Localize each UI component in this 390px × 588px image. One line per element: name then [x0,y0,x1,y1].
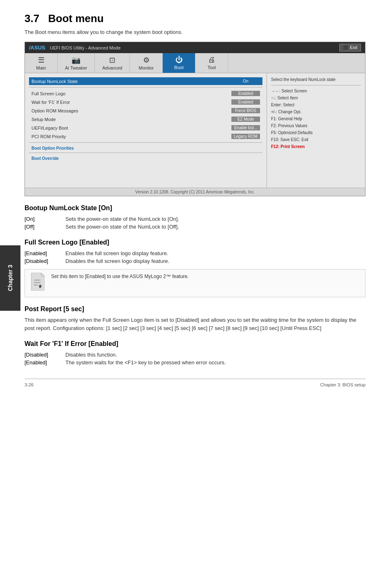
nav-monitor[interactable]: ⚙ Monitor [130,53,163,73]
boot-option-priorities-section: Boot Option Priorities [31,146,260,150]
bios-menu-full-screen-logo[interactable]: Full Screen Logo Enabled [29,90,262,97]
bios-menu-bootup-numlock[interactable]: Bootup NumLock State On [29,77,262,85]
full-screen-logo-disabled-desc: Disables the full screen logo display fe… [65,257,365,265]
doc-full-screen-logo: Full Screen Logo [Enabled] [Enabled] Ena… [25,239,365,297]
doc-bootup-numlock: Bootup NumLock State [On] [On] Sets the … [25,204,365,231]
footer-chapter-ref: Chapter 3: BIOS setup [320,382,365,387]
uefi-legacy-label: UEFI/Legacy Boot [31,126,68,130]
key-f2: F2: Previous Values [271,122,361,129]
option-rom-value: Force BIOS [231,108,260,113]
tool-icon: 🖨 [208,56,215,64]
setup-mode-label: Setup Mode [31,117,56,122]
bios-key-reference: →←: Select Screen ↑↓: Select Item Enter:… [271,88,361,150]
bios-nav: ☰ Main 📷 Ai Tweaker ⊡ Advanced ⚙ Monitor… [25,53,365,73]
divider-3 [29,153,262,153]
bios-screenshot: /ASUS UEFI BIOS Utility - Advanced Mode … [25,42,365,196]
monitor-icon: ⚙ [143,56,150,65]
nav-ai-tweaker-label: Ai Tweaker [65,65,87,70]
nav-boot[interactable]: ⏻ Boot [163,53,195,73]
uefi-legacy-value: Enable bot... [231,125,260,130]
doc-post-report-heading: Post Report [5 sec] [25,305,365,313]
bios-main-content: Bootup NumLock State On Full Screen Logo… [25,73,365,188]
full-screen-logo-disabled-option: [Disabled] [25,257,65,265]
bootup-numlock-value: On [231,79,260,84]
wait-f1-options: [Disabled] Disables this function. [Enab… [25,351,365,366]
note-icon [30,273,46,294]
asus-logo: /ASUS [29,45,45,51]
nav-tool[interactable]: 🖨 Tool [195,53,228,73]
wait-f1-enabled-desc: The system waits for the <F1> key to be … [65,359,365,366]
bios-logo-area: /ASUS UEFI BIOS Utility - Advanced Mode [29,45,121,51]
bootup-numlock-off-option: [Off] [25,223,65,231]
main-icon: ☰ [38,56,45,65]
nav-advanced[interactable]: ⊡ Advanced [95,53,130,73]
chapter-side-label: Chapter 3 [0,245,20,311]
wait-f1-disabled-row: [Disabled] Disables this function. [25,351,365,359]
option-rom-label: Option ROM Messages [31,108,78,113]
full-screen-logo-disabled-row: [Disabled] Disables the full screen logo… [25,257,365,265]
full-screen-logo-enabled-desc: Enables the full screen logo display fea… [65,249,365,257]
bootup-numlock-off-row: [Off] Sets the power-on state of the Num… [25,223,365,231]
ai-tweaker-icon: 📷 [72,56,81,65]
setup-mode-value: EZ Mode [231,117,260,122]
doc-wait-f1: Wait For 'F1' If Error [Enabled] [Disabl… [25,340,365,366]
key-change-opt: +/-: Change Opt. [271,108,361,115]
boot-icon: ⏻ [175,56,183,64]
key-f5: F5: Optimized Defaults [271,129,361,136]
doc-post-report-body: This item appears only when the Full Scr… [25,316,365,332]
note-svg-icon [30,273,45,291]
bios-title-text: UEFI BIOS Utility - Advanced Mode [50,45,121,50]
full-screen-logo-value: Enabled [231,91,260,96]
bios-help-panel: Select the keyboard NumLock state →←: Se… [267,73,365,188]
doc-bootup-numlock-heading: Bootup NumLock State [On] [25,204,365,212]
bios-exit-button[interactable]: ⬛ Exit [339,44,361,52]
wait-f1-disabled-desc: Disables this function. [65,351,365,359]
nav-ai-tweaker[interactable]: 📷 Ai Tweaker [58,53,95,73]
nav-advanced-label: Advanced [102,65,122,70]
nav-boot-label: Boot [174,65,184,70]
key-f1: F1: General Help [271,115,361,122]
bios-menu-option-rom[interactable]: Option ROM Messages Force BIOS [29,107,262,114]
key-enter: Enter: Select [271,101,361,108]
nav-main[interactable]: ☰ Main [25,53,58,73]
bios-help-description: Select the keyboard NumLock state [271,77,361,82]
wait-f1-disabled-option: [Disabled] [25,351,65,359]
bios-menu-pci-rom[interactable]: PCI ROM Priority Legacy ROM [29,132,262,140]
nav-tool-label: Tool [208,65,216,70]
bios-menu-wait-f1[interactable]: Wait for 'F1' If Error Enabled [29,98,262,106]
wait-f1-value: Enabled [231,99,260,105]
wait-f1-enabled-row: [Enabled] The system waits for the <F1> … [25,359,365,366]
doc-full-screen-logo-heading: Full Screen Logo [Enabled] [25,239,365,246]
pci-rom-value: Legacy ROM [231,134,260,139]
boot-override-section: Boot Override [31,156,260,161]
key-select-item: ↑↓: Select Item [271,94,361,101]
doc-post-report: Post Report [5 sec] This item appears on… [25,305,365,332]
note-text-mylogo: Set this item to [Enabled] to use the AS… [51,273,189,280]
note-box-mylogo: Set this item to [Enabled] to use the AS… [25,269,365,297]
bootup-numlock-label: Bootup NumLock State [31,79,78,84]
wait-f1-enabled-option: [Enabled] [25,359,65,366]
divider-1 [29,87,262,88]
pci-rom-label: PCI ROM Priority [31,134,66,139]
page-container: Chapter 3 3.7 Boot menu The Boot menu it… [0,0,390,399]
bootup-numlock-on-desc: Sets the power-on state of the NumLock t… [65,215,365,223]
bootup-numlock-options: [On] Sets the power-on state of the NumL… [25,215,365,231]
full-screen-logo-label: Full Screen Logo [31,91,65,96]
key-f12: F12: Print Screen [271,143,361,150]
bios-menu-setup-mode[interactable]: Setup Mode EZ Mode [29,115,262,123]
help-divider [271,85,361,85]
section-intro: The Boot menu items allow you to change … [25,29,365,35]
key-f10: F10: Save ESC: Exit [271,136,361,143]
bootup-numlock-on-option: [On] [25,215,65,223]
wait-f1-label: Wait for 'F1' If Error [31,100,70,105]
bios-menu-uefi-legacy[interactable]: UEFI/Legacy Boot Enable bot... [29,124,262,132]
page-footer: 3-26 Chapter 3: BIOS setup [25,379,365,387]
nav-monitor-label: Monitor [139,65,154,70]
nav-main-label: Main [36,65,46,70]
bootup-numlock-on-row: [On] Sets the power-on state of the NumL… [25,215,365,223]
bios-menu-panel: Bootup NumLock State On Full Screen Logo… [25,73,267,188]
bios-titlebar: /ASUS UEFI BIOS Utility - Advanced Mode … [25,42,365,53]
bootup-numlock-off-desc: Sets the power-on state of the NumLock t… [65,223,365,231]
divider-2 [29,142,262,143]
full-screen-logo-enabled-row: [Enabled] Enables the full screen logo d… [25,249,365,257]
